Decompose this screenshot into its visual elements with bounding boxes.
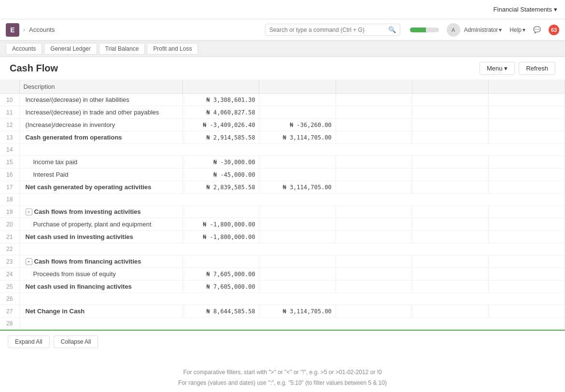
tab-trial-balance[interactable]: Trial Balance <box>99 43 145 55</box>
col-ytd <box>336 80 412 94</box>
col-budget <box>488 80 565 94</box>
table-row: 25 Net cash used in financing activites … <box>0 280 565 293</box>
row-col1: ₦ 2,839,585.58 <box>183 181 259 194</box>
row-col1: ₦ 4,060,827.58 <box>183 106 259 119</box>
financial-statements-dropdown[interactable]: Financial Statements ▾ <box>494 6 557 13</box>
row-col3 <box>336 181 412 194</box>
row-label: Net cash used in financing activites <box>19 280 183 293</box>
row-label: Purchase of property, plant and equipmen… <box>19 218 183 231</box>
collapse-icon[interactable]: - <box>26 258 32 265</box>
row-col5 <box>488 231 565 243</box>
row-col1 <box>183 255 259 268</box>
row-col5 <box>488 218 565 231</box>
row-col2 <box>259 206 336 218</box>
admin-menu[interactable]: Administrator ▾ <box>464 27 502 33</box>
chat-icon[interactable]: 💬 <box>533 26 541 33</box>
global-search[interactable]: 🔍 <box>265 24 400 36</box>
row-col5 <box>488 305 565 318</box>
row-col1: ₦ 8,644,585.58 <box>183 305 259 318</box>
row-col2 <box>259 106 336 119</box>
row-col1: ₦ 2,914,585.58 <box>183 131 259 144</box>
row-col3 <box>336 305 412 318</box>
row-col3 <box>336 268 412 280</box>
row-col2 <box>259 255 336 268</box>
top-bar: Financial Statements ▾ <box>0 0 565 19</box>
row-col1: ₦ -45,000.00 <box>183 168 259 181</box>
tab-accounts[interactable]: Accounts <box>6 43 42 55</box>
row-col3 <box>336 168 412 181</box>
cash-flow-table: Description 10 Increase/(decrease) in ot… <box>0 80 565 330</box>
row-col2 <box>259 168 336 181</box>
breadcrumb-chevron-icon: › <box>23 27 25 33</box>
collapse-icon[interactable]: - <box>26 209 32 215</box>
row-col4 <box>412 305 488 318</box>
refresh-button[interactable]: Refresh <box>519 62 555 75</box>
page-header: Cash Flow Menu ▾ Refresh <box>0 57 565 80</box>
table-row: 18 <box>0 194 565 206</box>
progress-bar <box>410 28 439 32</box>
row-col4 <box>412 218 488 231</box>
search-input[interactable] <box>269 27 385 33</box>
notification-badge[interactable]: 63 <box>549 25 559 35</box>
row-col5 <box>488 268 565 280</box>
tabs-row: Accounts General Ledger Trial Balance Pr… <box>0 41 565 57</box>
row-num: 27 <box>0 305 19 318</box>
row-label: Net Change in Cash <box>19 305 183 318</box>
row-label: Net cash used in investing activities <box>19 231 183 243</box>
help-label: Help <box>509 27 522 33</box>
table-row: 16 Interest Paid ₦ -45,000.00 <box>0 168 565 181</box>
row-col2: ₦ 3,114,705.00 <box>259 305 336 318</box>
row-col3 <box>336 156 412 168</box>
row-num: 22 <box>0 243 19 255</box>
search-icon: 🔍 <box>388 26 396 33</box>
row-col2 <box>259 231 336 243</box>
collapse-all-button[interactable]: Collapse All <box>54 336 99 348</box>
row-col5 <box>488 156 565 168</box>
row-col5 <box>488 119 565 131</box>
row-col5 <box>488 94 565 106</box>
help-menu[interactable]: Help ▾ <box>509 27 525 33</box>
dropdown-chevron-icon: ▾ <box>554 6 557 13</box>
help-chevron-icon: ▾ <box>523 27 525 33</box>
expand-all-button[interactable]: Expand All <box>8 336 50 348</box>
row-col4 <box>412 94 488 106</box>
table-row: 15 Income tax paid ₦ -30,000.00 <box>0 156 565 168</box>
col-description: Description <box>19 80 183 94</box>
breadcrumb-accounts: Accounts <box>29 26 55 33</box>
row-label: Interest Paid <box>19 168 183 181</box>
row-label: Cash generated from operations <box>19 131 183 144</box>
row-num: 21 <box>0 231 19 243</box>
menu-button[interactable]: Menu ▾ <box>480 62 515 75</box>
row-col5 <box>488 255 565 268</box>
row-col2: ₦ -36,260.00 <box>259 119 336 131</box>
row-col4 <box>412 156 488 168</box>
row-label: Increase/(decrease) in other liabilities <box>19 94 183 106</box>
hint-line-1: For comparative filters, start with ">" … <box>8 367 557 378</box>
row-col2 <box>259 94 336 106</box>
tab-profit-loss[interactable]: Profit and Loss <box>147 43 198 55</box>
table-header-row: Description <box>0 80 565 94</box>
row-col3 <box>336 94 412 106</box>
col-ytd-comparison <box>412 80 488 94</box>
tab-general-ledger[interactable]: General Ledger <box>44 43 97 55</box>
row-col4 <box>412 231 488 243</box>
table-row: 10 Increase/(decrease) in other liabilit… <box>0 94 565 106</box>
row-col1: ₦ 7,605,000.00 <box>183 280 259 293</box>
avatar: A <box>447 23 460 37</box>
row-label: Income tax paid <box>19 156 183 168</box>
row-col4 <box>412 168 488 181</box>
row-col4 <box>412 181 488 194</box>
cash-flow-table-container: Description 10 Increase/(decrease) in ot… <box>0 80 565 330</box>
row-col1: ₦ -30,000.00 <box>183 156 259 168</box>
row-col5 <box>488 168 565 181</box>
row-col1: ₦ -1,800,000.00 <box>183 218 259 231</box>
nav-bar: E › Accounts 🔍 A Administrator ▾ Help ▾ … <box>0 19 565 41</box>
progress-fill <box>410 28 426 32</box>
row-col5 <box>488 131 565 144</box>
admin-label: Administrator <box>464 27 498 33</box>
row-col5 <box>488 280 565 293</box>
row-col3 <box>336 206 412 218</box>
row-col1: ₦ 7,605,000.00 <box>183 268 259 280</box>
table-row: 14 <box>0 144 565 156</box>
row-col3 <box>336 280 412 293</box>
